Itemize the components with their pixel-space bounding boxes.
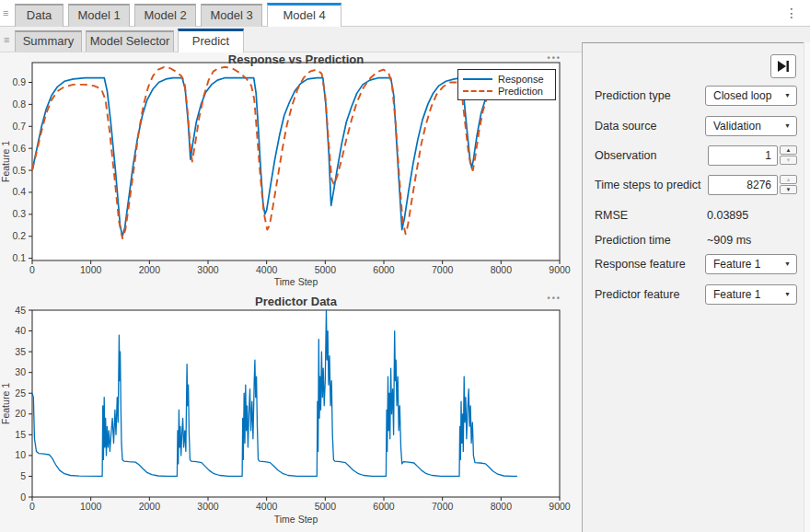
tab-summary[interactable]: Summary [15,30,82,52]
prediction-time-value: ~909 ms [707,230,751,250]
predictor-feature-dropdown[interactable]: Feature 1 ▼ [705,284,797,305]
prediction-type-value: Closed loop [713,87,771,105]
tab-predict[interactable]: Predict [178,29,244,52]
axis-tick-label: 0.1 [12,252,26,263]
panel-scrollbar[interactable] [804,42,810,532]
legend-label: Prediction [498,86,543,97]
response-feature-label: Response feature [595,254,686,274]
observation-value: 1 [765,146,771,165]
predictor_data-plot: 0100020003000400050006000700080009000051… [0,293,582,532]
axis-tick-label: 5000 [315,264,337,275]
legend-line-sample [463,78,492,80]
axis-tick-label: 15 [15,429,26,440]
axis-tick-label: 0.8 [12,98,26,110]
axis-tick-label: 40 [15,325,26,336]
chevron-down-icon: ▼ [784,87,791,105]
play-to-end-icon [777,61,790,72]
tab-model-2[interactable]: Model 2 [134,4,196,27]
axis-tick-label: 4000 [256,501,278,512]
axis-tick-label: 45 [15,305,26,316]
observation-input[interactable]: 1 [708,145,778,166]
axis-tick-label: 10 [15,449,26,460]
prediction-type-dropdown[interactable]: Closed loop ▼ [705,86,797,106]
axis-tick-label: 0 [20,492,26,503]
chart-options-button[interactable]: ••• [548,53,561,63]
overflow-menu-icon[interactable]: ⋮ [784,5,799,21]
tabbar-grip-icon: ≡ [3,8,8,18]
data-source-value: Validation [713,117,761,135]
time-steps-value: 8276 [746,176,771,194]
tab-model-selector[interactable]: Model Selector [86,30,174,52]
chevron-down-icon: ▼ [784,117,791,135]
data-source-label: Data source [595,116,656,136]
chart-legend: ResponsePrediction [457,69,556,100]
axis-tick-label: 9000 [549,501,571,512]
axis-tick-label: 4000 [256,264,278,275]
predict-control-panel: Prediction type Closed loop ▼ Data sourc… [582,42,810,532]
y-axis-label: Feature 1 [0,141,11,182]
tab-model-3[interactable]: Model 3 [201,4,262,27]
response-feature-dropdown[interactable]: Feature 1 ▼ [705,254,797,274]
legend-entry: Prediction [463,85,550,97]
axis-tick-label: 0.9 [12,76,26,87]
model-tab-bar: ≡ Data Model 1 Model 2 Model 3 Model 4 ⋮ [0,0,810,27]
y-axis-label: Feature 1 [0,383,11,424]
response-vs-prediction-chart: Response vs Prediction ••• 0100020003000… [0,52,582,293]
axis-tick-label: 5000 [315,501,337,512]
run-prediction-button[interactable] [770,54,796,78]
spinner-up-button[interactable]: ▲ [780,175,797,184]
axis-tick-label: 35 [15,346,26,357]
observation-label: Observation [595,145,656,166]
axis-tick-label: 1000 [80,264,102,275]
predictor-feature-value: Feature 1 [713,285,760,304]
data-source-dropdown[interactable]: Validation ▼ [705,116,797,136]
legend-line-sample [463,90,492,92]
time-steps-stepper: ▲ ▼ [780,175,797,195]
tab-model-4[interactable]: Model 4 [267,3,341,27]
axis-tick-label: 0.7 [12,121,26,132]
axis-tick-label: 7000 [432,501,454,512]
chart-options-button[interactable]: ••• [548,294,561,303]
axis-tick-label: 9000 [549,264,571,275]
axis-tick-label: 0.4 [12,186,26,197]
chart-title: Response vs Prediction [32,52,560,66]
legend-entry: Response [463,73,550,85]
axis-tick-label: 0 [29,264,35,275]
axis-tick-label: 0.2 [12,230,26,241]
axis-tick-label: 8000 [491,501,513,512]
axis-tick-label: 3000 [197,264,219,275]
observation-stepper: ▲ ▼ [780,145,797,166]
tab-data[interactable]: Data [15,4,64,27]
axis-tick-label: 0.6 [12,143,26,154]
axis-tick-label: 3000 [197,501,219,512]
plot-area [32,310,560,497]
time-steps-label: Time steps to predict [595,175,701,195]
axis-tick-label: 6000 [373,501,395,512]
prediction-type-label: Prediction type [595,86,671,106]
predictor-data-chart: Predictor Data ••• 010002000300040005000… [0,293,582,532]
axis-tick-label: 1000 [80,501,102,512]
spinner-down-button[interactable]: ▼ [780,185,797,194]
x-axis-label: Time Step [274,276,318,287]
axis-tick-label: 6000 [373,264,395,275]
rmse-value: 0.03895 [707,205,748,226]
time-steps-input[interactable]: 8276 [708,175,778,195]
axis-tick-label: 8000 [491,264,513,275]
spinner-up-button[interactable]: ▲ [780,145,797,155]
response-feature-value: Feature 1 [713,255,760,273]
chart-title: Predictor Data [32,295,560,308]
axis-tick-label: 0.5 [12,165,26,176]
predictor-feature-label: Predictor feature [595,284,679,305]
spinner-down-button[interactable]: ▼ [780,156,797,165]
doc-tabbar-grip-icon: ≡ [4,35,9,45]
axis-tick-label: 7000 [432,264,454,275]
tab-model-1[interactable]: Model 1 [68,4,130,27]
axis-tick-label: 30 [15,366,26,377]
chevron-down-icon: ▼ [784,255,791,273]
axis-tick-label: 2000 [139,501,161,512]
axis-tick-label: 5 [20,470,26,481]
prediction-time-label: Prediction time [595,230,671,250]
rmse-label: RMSE [595,205,628,226]
legend-label: Response [498,74,544,85]
axis-tick-label: 20 [15,408,26,419]
